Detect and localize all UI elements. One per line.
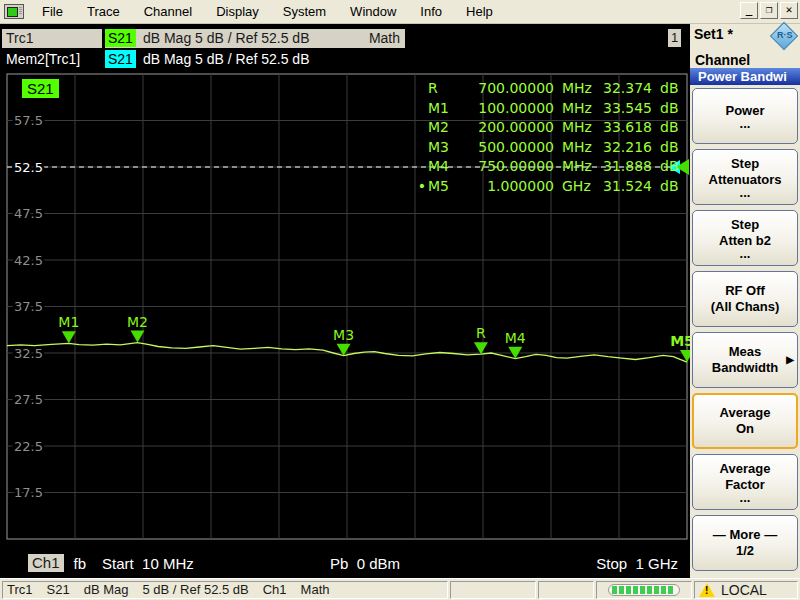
active-marker-dot: • bbox=[416, 177, 428, 197]
marker-response-unit: dB bbox=[652, 99, 682, 119]
menu-item-system[interactable]: System bbox=[271, 1, 338, 22]
diagram-area[interactable]: 57.552.547.542.537.532.527.522.517.5RM1M… bbox=[0, 70, 690, 548]
trace-header-row-2[interactable]: Mem2[Trc1] S21 dB Mag 5 dB / Ref 52.5 dB bbox=[0, 49, 690, 69]
marker-name: M1 bbox=[428, 99, 460, 119]
y-axis-label: 47.5 bbox=[14, 206, 43, 221]
submenu-arrow-icon: ▶ bbox=[786, 352, 794, 368]
status-empty-panel-1 bbox=[450, 581, 536, 599]
softkey-average-on[interactable]: AverageOn bbox=[692, 393, 798, 449]
marker-response-unit: dB bbox=[652, 157, 682, 177]
marker-response: 31.524 bbox=[596, 177, 652, 197]
marker-stimulus-unit: MHz bbox=[554, 79, 596, 99]
plot-trace-label: S21 bbox=[22, 79, 59, 98]
softkey-label-line: Step bbox=[731, 156, 759, 172]
menu-item-info[interactable]: Info bbox=[408, 1, 454, 22]
marker-stimulus: 100.00000 bbox=[460, 99, 554, 119]
stimulus-bar: Ch1 fb Start 10 MHz Pb 0 dBm Stop 1 GHz bbox=[0, 548, 690, 578]
marker-table-row: R700.00000MHz32.374dB bbox=[416, 79, 682, 99]
softkey-meas-bandwidth[interactable]: MeasBandwidth▶ bbox=[692, 332, 798, 388]
memory-trace-name[interactable]: Mem2[Trc1] bbox=[2, 50, 102, 68]
trace1-settings-bar: S21 dB Mag 5 dB / Ref 52.5 dB Math bbox=[105, 29, 405, 48]
progress-segment bbox=[647, 586, 652, 594]
channel-badge[interactable]: Ch1 bbox=[28, 554, 64, 572]
progress-segment bbox=[633, 586, 638, 594]
marker-table-row: M1100.00000MHz33.545dB bbox=[416, 99, 682, 119]
softkey-power[interactable]: Power... bbox=[692, 88, 798, 144]
warning-icon[interactable] bbox=[699, 583, 715, 597]
restore-button[interactable]: ❐ bbox=[760, 2, 778, 19]
marker-r-icon[interactable] bbox=[474, 342, 488, 354]
close-button[interactable]: ✕ bbox=[780, 2, 798, 19]
marker-stimulus-unit: MHz bbox=[554, 157, 596, 177]
marker-table-row: •M51.000000GHz31.524dB bbox=[416, 177, 682, 197]
marker-stimulus-unit: MHz bbox=[554, 118, 596, 138]
window-controls: _ ❐ ✕ bbox=[740, 2, 798, 19]
trace1-settings: dB Mag 5 dB / Ref 52.5 dB bbox=[143, 30, 310, 46]
marker-name: M5 bbox=[428, 177, 460, 197]
y-axis-label: 52.5 bbox=[14, 160, 43, 175]
status-item: Math bbox=[301, 582, 330, 597]
trace2-settings-bar: S21 dB Mag 5 dB / Ref 52.5 dB bbox=[105, 50, 309, 68]
marker-response-unit: dB bbox=[652, 177, 682, 197]
softkey-label-line: (All Chans) bbox=[711, 299, 780, 315]
rs-logo-icon: R·S bbox=[770, 22, 798, 50]
marker-name: R bbox=[428, 79, 460, 99]
status-item: S21 bbox=[47, 582, 70, 597]
trace-header-row-1[interactable]: Trc1 S21 dB Mag 5 dB / Ref 52.5 dB Math … bbox=[0, 28, 690, 48]
sweep-progress-indicator bbox=[608, 584, 680, 596]
softkey-rf-off-all-chans[interactable]: RF Off(All Chans) bbox=[692, 271, 798, 327]
marker-table-row: M3500.00000MHz32.216dB bbox=[416, 138, 682, 158]
marker-response-unit: dB bbox=[652, 79, 682, 99]
sweep-mode-label: fb bbox=[74, 555, 87, 572]
softkey-more-1-2[interactable]: — More —1/2 bbox=[692, 515, 798, 571]
softkey-label-line: Average bbox=[720, 461, 771, 477]
progress-segment bbox=[626, 586, 631, 594]
active-marker-dot bbox=[416, 79, 428, 99]
menu-item-help[interactable]: Help bbox=[454, 1, 505, 22]
marker-m2-icon[interactable] bbox=[131, 331, 145, 343]
marker-stimulus-unit: MHz bbox=[554, 138, 596, 158]
softkey-label-line: Bandwidth bbox=[712, 360, 778, 376]
menu-item-display[interactable]: Display bbox=[204, 1, 271, 22]
softkey-ellipsis: ... bbox=[740, 119, 751, 129]
y-axis-label: 57.5 bbox=[14, 113, 43, 128]
marker-m1-icon[interactable] bbox=[62, 331, 76, 343]
trace1-meas-badge[interactable]: S21 bbox=[105, 29, 136, 47]
progress-segment bbox=[668, 586, 673, 594]
marker-stimulus: 700.00000 bbox=[460, 79, 554, 99]
softkey-step-atten-b2[interactable]: StepAtten b2... bbox=[692, 210, 798, 266]
status-empty-panel-2 bbox=[538, 581, 594, 599]
menu-item-window[interactable]: Window bbox=[338, 1, 408, 22]
y-axis-label: 32.5 bbox=[14, 346, 43, 361]
progress-segment bbox=[654, 586, 659, 594]
marker-name: M3 bbox=[428, 138, 460, 158]
minimize-button[interactable]: _ bbox=[740, 2, 758, 19]
active-marker-dot bbox=[416, 138, 428, 158]
softkey-average-factor[interactable]: AverageFactor... bbox=[692, 454, 798, 510]
progress-segment bbox=[619, 586, 624, 594]
menu-item-file[interactable]: File bbox=[30, 1, 75, 22]
local-remote-label: LOCAL bbox=[721, 582, 767, 598]
start-frequency: Start 10 MHz bbox=[102, 555, 194, 572]
trace-name-box[interactable]: Trc1 bbox=[2, 29, 102, 48]
softkey-sidebar: Set1 * R·S Channel Power Bandwi Power...… bbox=[690, 24, 800, 578]
marker-name: M4 bbox=[428, 157, 460, 177]
status-bar: Trc1S21dB Mag5 dB / Ref 52.5 dBCh1Math L… bbox=[0, 578, 800, 600]
marker-response: 31.888 bbox=[596, 157, 652, 177]
marker-table-row: M2200.00000MHz33.618dB bbox=[416, 118, 682, 138]
y-axis-label: 22.5 bbox=[14, 439, 43, 454]
softkey-step-attenuators[interactable]: StepAttenuators... bbox=[692, 149, 798, 205]
system-menu-icon[interactable] bbox=[4, 4, 24, 19]
marker-response: 32.374 bbox=[596, 79, 652, 99]
status-trace-info: Trc1S21dB Mag5 dB / Ref 52.5 dBCh1Math bbox=[2, 581, 448, 599]
y-axis-label: 42.5 bbox=[14, 253, 43, 268]
status-item: Trc1 bbox=[7, 582, 33, 597]
softkey-label-line: Step bbox=[731, 217, 759, 233]
trace1-math-label: Math bbox=[369, 30, 405, 46]
softkey-label-line: 1/2 bbox=[736, 543, 754, 559]
menu-items: FileTraceChannelDisplaySystemWindowInfoH… bbox=[30, 1, 505, 22]
menu-item-channel[interactable]: Channel bbox=[132, 1, 204, 22]
progress-segment bbox=[661, 586, 666, 594]
trace2-meas-badge[interactable]: S21 bbox=[105, 50, 136, 68]
menu-item-trace[interactable]: Trace bbox=[75, 1, 132, 22]
